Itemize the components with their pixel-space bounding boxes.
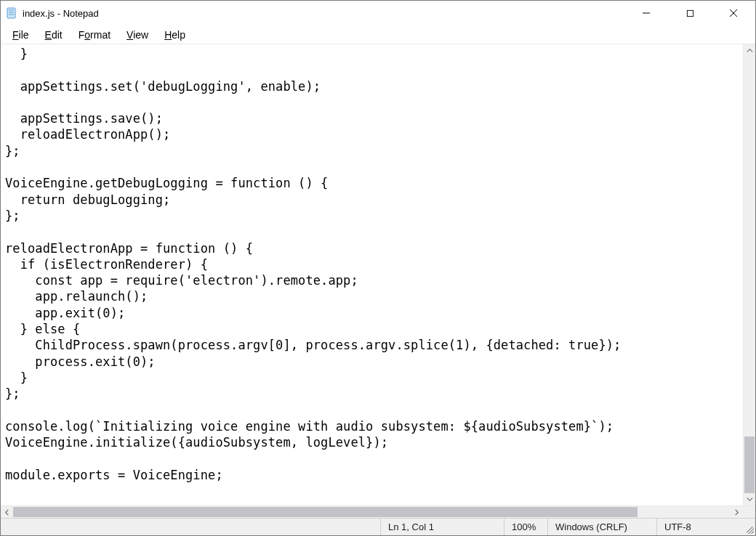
status-encoding: UTF-8 [656, 519, 742, 535]
window-controls [624, 1, 755, 25]
maximize-button[interactable] [668, 1, 712, 25]
minimize-button[interactable] [624, 1, 668, 25]
menu-view-rest: iew [133, 29, 148, 41]
status-position: Ln 1, Col 1 [380, 519, 504, 535]
menu-edit-rest: dit [52, 29, 63, 41]
window-title: index.js - Notepad [23, 8, 99, 19]
status-spacer [1, 519, 380, 535]
menu-format[interactable]: Format [71, 28, 118, 42]
menu-file-rest: ile [19, 29, 29, 41]
statusbar: Ln 1, Col 1 100% Windows (CRLF) UTF-8 [1, 518, 755, 535]
editor-scroll-wrap: } appSettings.set('debugLogging', enable… [1, 44, 755, 505]
scroll-corner [743, 506, 755, 518]
editor-area: } appSettings.set('debugLogging', enable… [1, 44, 755, 518]
resize-grip-icon[interactable] [742, 519, 755, 535]
close-button[interactable] [712, 1, 755, 25]
scroll-up-arrow-icon[interactable] [744, 44, 755, 57]
hscroll-thumb[interactable] [13, 507, 638, 517]
status-zoom: 100% [504, 519, 547, 535]
menu-view[interactable]: View [119, 28, 156, 42]
text-editor[interactable]: } appSettings.set('debugLogging', enable… [1, 44, 743, 505]
titlebar[interactable]: index.js - Notepad [1, 1, 755, 25]
scroll-down-arrow-icon[interactable] [744, 493, 755, 505]
menubar: File Edit Format View Help [1, 25, 755, 44]
scroll-left-arrow-icon[interactable] [1, 506, 13, 518]
svg-rect-5 [687, 10, 693, 16]
scroll-right-arrow-icon[interactable] [731, 506, 743, 518]
vscroll-track[interactable] [744, 57, 755, 493]
menu-edit[interactable]: Edit [38, 28, 70, 42]
hscroll-track[interactable] [13, 506, 731, 518]
menu-format-rest: rmat [90, 29, 110, 41]
notepad-icon [5, 7, 18, 20]
menu-help[interactable]: Help [157, 28, 193, 42]
menu-help-rest: elp [172, 29, 185, 41]
horizontal-scrollbar[interactable] [1, 505, 755, 518]
vertical-scrollbar[interactable] [743, 44, 755, 505]
vscroll-thumb[interactable] [744, 436, 755, 493]
menu-file[interactable]: File [5, 28, 36, 42]
notepad-window: index.js - Notepad File Edit Format View… [0, 0, 756, 536]
svg-rect-0 [7, 8, 15, 18]
status-eol: Windows (CRLF) [547, 519, 656, 535]
